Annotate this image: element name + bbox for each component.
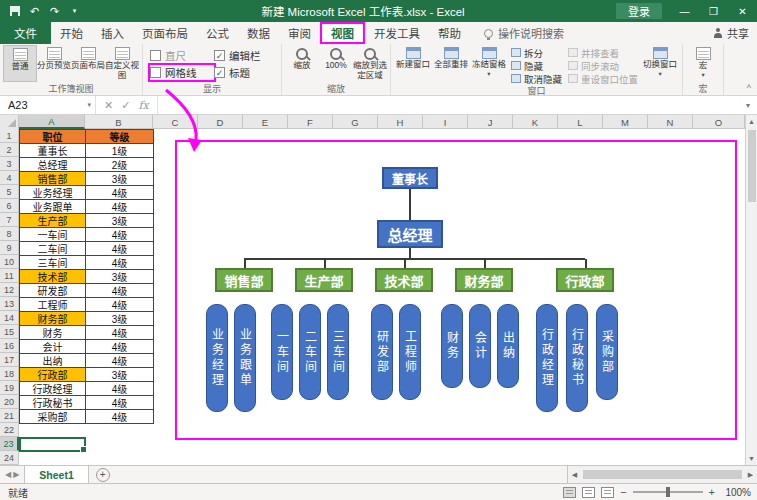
selected-cell-a23[interactable] xyxy=(19,437,86,452)
vertical-scrollbar[interactable]: ▲ ▼ xyxy=(745,115,757,465)
ribbon-tab-file[interactable]: 文件 xyxy=(0,22,51,44)
cell-b5[interactable]: 4级 xyxy=(86,186,154,200)
row-header-12[interactable]: 12 xyxy=(0,283,19,297)
zoom-out-icon[interactable]: − xyxy=(620,486,626,498)
chart-node-leaf[interactable]: 工程师 xyxy=(399,304,421,400)
cell-a21[interactable]: 采购部 xyxy=(20,410,86,424)
new-window-button[interactable]: 新建窗口 xyxy=(394,45,432,82)
cell-b16[interactable]: 4级 xyxy=(86,340,154,354)
formula-input[interactable] xyxy=(158,96,739,114)
cell-a16[interactable]: 会计 xyxy=(20,340,86,354)
horizontal-scrollbar[interactable]: ◀ ▶ xyxy=(567,466,757,483)
cell-b9[interactable]: 4级 xyxy=(86,242,154,256)
gridlines-checkbox[interactable]: 网格线 xyxy=(150,65,214,80)
cell-a7[interactable]: 生产部 xyxy=(20,214,86,228)
maximize-button[interactable]: ❐ xyxy=(699,0,728,22)
new-sheet-icon[interactable]: + xyxy=(96,468,110,482)
cell-a5[interactable]: 业务经理 xyxy=(20,186,86,200)
page-break-preview-button[interactable]: 分页预览 xyxy=(37,45,71,82)
cell-b21[interactable]: 4级 xyxy=(86,410,154,424)
column-header-c[interactable]: C xyxy=(153,115,198,129)
column-header-b[interactable]: B xyxy=(85,115,153,129)
row-header-20[interactable]: 20 xyxy=(0,395,19,409)
cell-a4[interactable]: 销售部 xyxy=(20,172,86,186)
row-header-24[interactable]: 24 xyxy=(0,451,19,465)
row-header-4[interactable]: 4 xyxy=(0,171,19,185)
column-header-e[interactable]: E xyxy=(243,115,288,129)
view-side-by-side-button[interactable]: 并排查看 xyxy=(565,46,641,59)
row-header-9[interactable]: 9 xyxy=(0,241,19,255)
column-header-m[interactable]: M xyxy=(603,115,648,129)
scroll-right-icon[interactable]: ▶ xyxy=(744,471,757,479)
zoom-button[interactable]: 缩放 xyxy=(285,45,319,82)
hide-button[interactable]: 隐藏 xyxy=(508,59,565,72)
cell-a6[interactable]: 业务跟单 xyxy=(20,200,86,214)
column-header-d[interactable]: D xyxy=(198,115,243,129)
row-header-5[interactable]: 5 xyxy=(0,185,19,199)
headings-checkbox[interactable]: ✓标题 xyxy=(214,65,274,80)
row-header-7[interactable]: 7 xyxy=(0,213,19,227)
chart-node-leaf[interactable]: 研发部 xyxy=(371,304,393,400)
cell-b2[interactable]: 1级 xyxy=(86,144,154,158)
ribbon-tab-developer[interactable]: 开发工具 xyxy=(365,22,429,44)
freeze-panes-button[interactable]: 冻结窗格▾ xyxy=(470,45,508,82)
chart-node-dept-2[interactable]: 生产部 xyxy=(295,268,353,292)
cell-b13[interactable]: 4级 xyxy=(86,298,154,312)
cell-b15[interactable]: 4级 xyxy=(86,326,154,340)
ribbon-tab-view[interactable]: 视图 xyxy=(320,22,365,44)
chart-node-leaf[interactable]: 三车间 xyxy=(327,304,349,400)
row-header-14[interactable]: 14 xyxy=(0,311,19,325)
cell-a15[interactable]: 财务 xyxy=(20,326,86,340)
undo-icon[interactable]: ↶ xyxy=(26,2,43,20)
chart-node-leaf[interactable]: 会计 xyxy=(469,304,491,388)
zoom-100-button[interactable]: 100% xyxy=(319,45,353,82)
grid[interactable]: 123456789101112131415161718192021222324 … xyxy=(0,129,745,465)
cell-a10[interactable]: 三车间 xyxy=(20,256,86,270)
split-button[interactable]: 拆分 xyxy=(508,46,565,59)
chart-node-dept-5[interactable]: 行政部 xyxy=(556,268,614,292)
zoom-in-icon[interactable]: + xyxy=(709,486,715,498)
synchronous-scrolling-button[interactable]: 同步滚动 xyxy=(565,59,641,72)
cancel-icon[interactable]: ✕ xyxy=(104,99,113,112)
chart-node-leaf[interactable]: 一车间 xyxy=(271,304,293,400)
qat-customize-icon[interactable]: ▾ xyxy=(66,2,83,20)
cell-b14[interactable]: 3级 xyxy=(86,312,154,326)
column-header-n[interactable]: N xyxy=(648,115,693,129)
cell-a19[interactable]: 行政经理 xyxy=(20,382,86,396)
formula-bar-checkbox[interactable]: ✓编辑栏 xyxy=(214,48,274,63)
row-header-18[interactable]: 18 xyxy=(0,367,19,381)
normal-view-button[interactable]: 普通 xyxy=(3,45,37,82)
cell-a14[interactable]: 财务部 xyxy=(20,312,86,326)
row-header-21[interactable]: 21 xyxy=(0,409,19,423)
view-page-break-icon[interactable] xyxy=(601,487,614,498)
cell-b11[interactable]: 3级 xyxy=(86,270,154,284)
chart-node-leaf[interactable]: 采购部 xyxy=(596,304,618,400)
next-sheet-icon[interactable]: ▶ xyxy=(13,470,19,479)
cell-b6[interactable]: 4级 xyxy=(86,200,154,214)
view-normal-icon[interactable] xyxy=(563,487,576,498)
vertical-scroll-thumb[interactable] xyxy=(748,130,756,202)
ribbon-tab-data[interactable]: 数据 xyxy=(238,22,279,44)
cell-b1[interactable]: 等级 xyxy=(86,130,154,144)
cell-b19[interactable]: 4级 xyxy=(86,382,154,396)
row-header-15[interactable]: 15 xyxy=(0,325,19,339)
column-header-k[interactable]: K xyxy=(513,115,558,129)
row-header-19[interactable]: 19 xyxy=(0,381,19,395)
close-button[interactable]: ✕ xyxy=(728,0,757,22)
row-header-1[interactable]: 1 xyxy=(0,129,19,143)
chart-node-leaf[interactable]: 二车间 xyxy=(299,304,321,400)
column-header-a[interactable]: A xyxy=(19,115,85,129)
cell-a18[interactable]: 行政部 xyxy=(20,368,86,382)
collapse-ribbon-icon[interactable]: ^ xyxy=(747,83,751,93)
login-button[interactable]: 登录 xyxy=(616,3,662,19)
cell-b4[interactable]: 3级 xyxy=(86,172,154,186)
ruler-checkbox[interactable]: 直尺 xyxy=(150,48,214,63)
row-header-8[interactable]: 8 xyxy=(0,227,19,241)
share-button[interactable]: 共享 xyxy=(713,22,749,44)
view-page-layout-icon[interactable] xyxy=(582,487,595,498)
chart-node-leaf[interactable]: 业务经理 xyxy=(206,304,228,412)
chart-node-dept-1[interactable]: 销售部 xyxy=(215,268,273,292)
ribbon-tab-home[interactable]: 开始 xyxy=(51,22,92,44)
minimize-button[interactable]: — xyxy=(670,0,699,22)
chart-node-manager[interactable]: 总经理 xyxy=(377,220,443,248)
